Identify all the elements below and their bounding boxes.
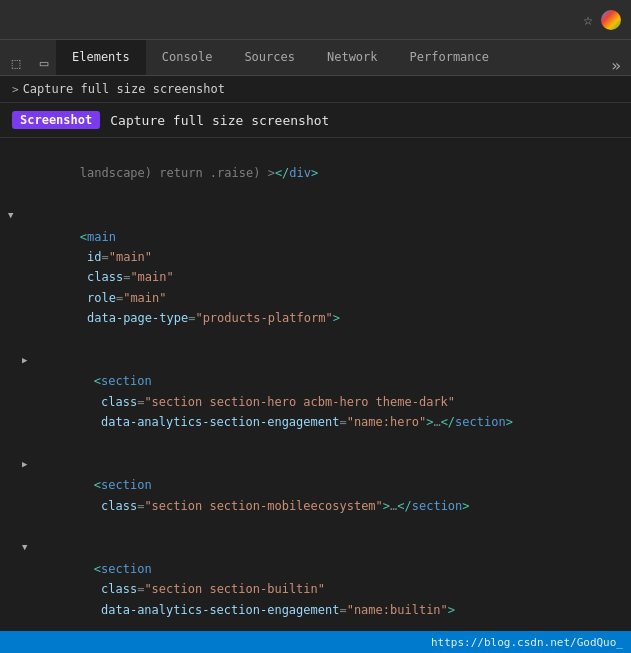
breadcrumb-text: Capture full size screenshot [23, 82, 225, 96]
devtools-panel: ⬚ ▭ Elements Console Sources Network Per… [0, 40, 631, 653]
devtools-tabs: ⬚ ▭ Elements Console Sources Network Per… [0, 40, 631, 76]
status-url: https://blog.csdn.net/GodQuo_ [431, 636, 623, 649]
star-icon[interactable]: ☆ [583, 10, 593, 29]
cursor-icon[interactable]: ⬚ [4, 51, 28, 75]
screenshot-label: Capture full size screenshot [110, 113, 329, 128]
triangle-icon[interactable] [8, 208, 20, 220]
tab-performance[interactable]: Performance [394, 40, 505, 75]
tab-console[interactable]: Console [146, 40, 229, 75]
tab-elements[interactable]: Elements [56, 40, 146, 75]
tree-line[interactable]: <section class="section section-builtin"… [0, 537, 631, 631]
user-avatar[interactable] [601, 10, 621, 30]
tab-sources[interactable]: Sources [228, 40, 311, 75]
tree-line[interactable]: <section class="section section-mobileec… [0, 454, 631, 538]
browser-chrome: ☆ [0, 0, 631, 40]
triangle-icon[interactable] [22, 457, 34, 469]
triangle-icon[interactable] [22, 353, 34, 365]
tree-line[interactable]: <main id="main" class="main" role="main"… [0, 205, 631, 350]
tab-network[interactable]: Network [311, 40, 394, 75]
html-tree[interactable]: landscape) return .raise) ></div> <main … [0, 138, 631, 631]
more-tabs-icon[interactable]: » [601, 56, 631, 75]
triangle-icon[interactable] [22, 540, 34, 552]
devtools-tool-icons: ⬚ ▭ [4, 51, 56, 75]
status-bar: https://blog.csdn.net/GodQuo_ [0, 631, 631, 653]
screenshot-badge-bar: Screenshot Capture full size screenshot [0, 103, 631, 138]
breadcrumb-arrow: > [12, 83, 19, 96]
tree-line[interactable]: landscape) return .raise) ></div> [0, 142, 631, 205]
tree-line[interactable]: <section class="section section-hero acb… [0, 350, 631, 454]
screenshot-badge: Screenshot [12, 111, 100, 129]
breadcrumb: > Capture full size screenshot [0, 76, 631, 103]
device-icon[interactable]: ▭ [32, 51, 56, 75]
